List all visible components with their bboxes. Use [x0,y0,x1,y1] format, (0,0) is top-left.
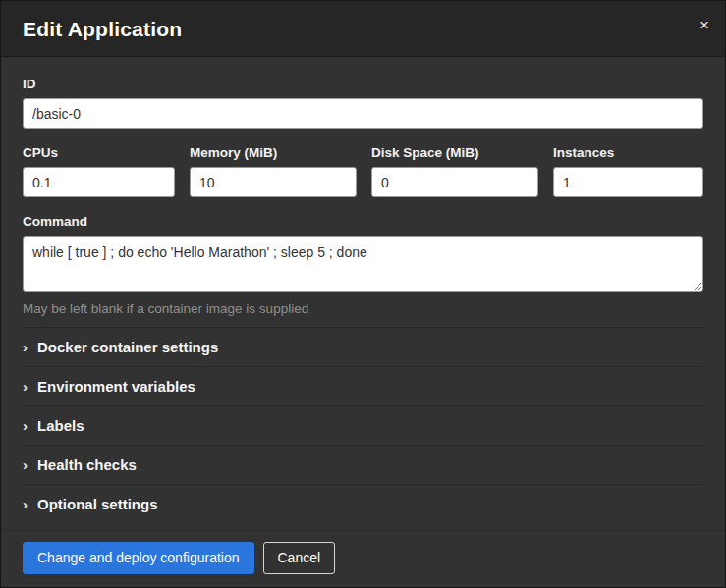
section-label: Health checks [37,456,137,473]
memory-input[interactable] [190,167,357,197]
id-input[interactable] [23,98,703,129]
command-field-block: Command while [ true ] ; do echo 'Hello … [23,214,703,316]
chevron-right-icon: › [23,497,37,511]
memory-field-block: Memory (MiB) [190,145,357,197]
section-label: Optional settings [37,496,158,512]
instances-label: Instances [553,145,703,160]
section-label: Docker container settings [37,339,218,355]
disk-label: Disk Space (MiB) [371,145,538,160]
command-textarea[interactable]: while [ true ] ; do echo 'Hello Marathon… [23,236,703,292]
section-docker-container-settings[interactable]: › Docker container settings [23,327,703,366]
resources-row: CPUs Memory (MiB) Disk Space (MiB) Insta… [23,145,703,197]
cpus-field-block: CPUs [23,145,175,197]
modal-body: ID CPUs Memory (MiB) Disk Space (MiB) In… [1,57,725,530]
disk-input[interactable] [371,167,538,197]
section-labels[interactable]: › Labels [23,405,703,445]
command-label: Command [23,214,703,229]
command-help-text: May be left blank if a container image i… [23,301,703,316]
cpus-input[interactable] [23,167,175,197]
change-and-deploy-button[interactable]: Change and deploy configuration [23,542,254,574]
cpus-label: CPUs [23,145,175,160]
section-optional-settings[interactable]: › Optional settings [23,484,703,523]
chevron-right-icon: › [23,418,37,433]
section-health-checks[interactable]: › Health checks [23,445,703,484]
modal-title: Edit Application [23,18,703,41]
section-environment-variables[interactable]: › Environment variables [23,366,703,405]
close-icon[interactable]: × [699,17,709,33]
id-field-block: ID [23,77,703,129]
edit-application-modal: Edit Application × ID CPUs Memory (MiB) … [0,0,726,588]
section-label: Environment variables [37,378,195,395]
memory-label: Memory (MiB) [190,145,357,160]
instances-input[interactable] [553,167,703,197]
cancel-button[interactable]: Cancel [263,542,336,574]
id-label: ID [23,77,703,91]
disk-field-block: Disk Space (MiB) [371,145,538,197]
collapsible-sections: › Docker container settings › Environmen… [23,327,703,523]
modal-header: Edit Application × [1,1,725,57]
chevron-right-icon: › [23,379,37,394]
chevron-right-icon: › [23,340,37,354]
modal-footer: Change and deploy configuration Cancel [1,530,725,587]
instances-field-block: Instances [553,145,703,197]
section-label: Labels [37,417,84,434]
chevron-right-icon: › [23,457,37,472]
